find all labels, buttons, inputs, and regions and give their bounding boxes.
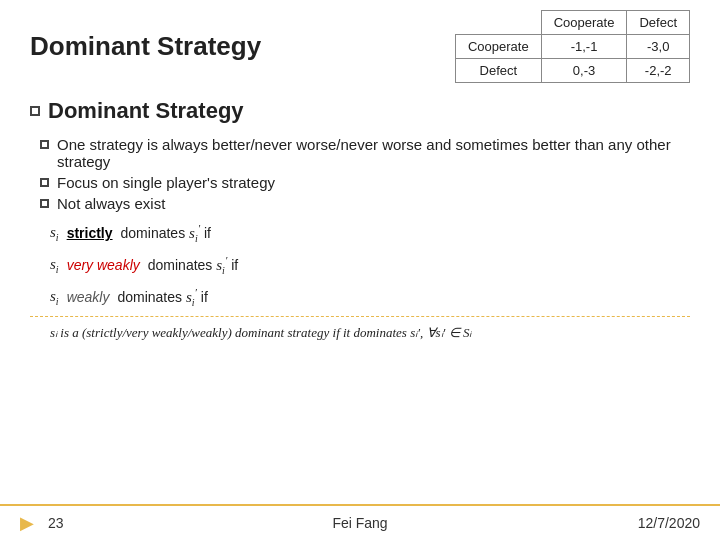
bullet-text-1: One strategy is always better/never wors… <box>57 136 690 170</box>
table-cell-cd: -3,0 <box>627 35 690 59</box>
bullet-item-1: One strategy is always better/never wors… <box>30 136 690 170</box>
formula-weakly: si weakly dominates si′ if <box>50 286 690 308</box>
table-cell-dc: 0,-3 <box>541 59 627 83</box>
section-title: Dominant Strategy <box>30 98 690 124</box>
formula-rest-1: dominates si′ if <box>121 222 211 244</box>
bullet-icon-2 <box>40 178 49 187</box>
footer-author: Fei Fang <box>332 515 387 531</box>
header-area: Dominant Strategy Cooperate Defect Coope… <box>0 0 720 93</box>
footer-page-number: 23 <box>48 515 64 531</box>
payoff-table: Cooperate Defect Cooperate -1,-1 -3,0 De… <box>455 10 690 83</box>
bullet-text-2: Focus on single player's strategy <box>57 174 275 191</box>
formula-area: si strictly dominates si′ if si very wea… <box>50 222 690 308</box>
bullet-text-3: Not always exist <box>57 195 165 212</box>
table-row-defect-label: Defect <box>455 59 541 83</box>
main-content: Dominant Strategy One strategy is always… <box>0 93 720 351</box>
slide-title: Dominant Strategy <box>30 31 455 62</box>
formula-var-3: si <box>50 288 59 307</box>
table-empty-corner <box>455 11 541 35</box>
footer: ▶ 23 Fei Fang 12/7/2020 <box>0 504 720 540</box>
formula-strictly: si strictly dominates si′ if <box>50 222 690 244</box>
table-cell-dd: -2,-2 <box>627 59 690 83</box>
section-bullet-icon <box>30 106 40 116</box>
table-row-cooperate-label: Cooperate <box>455 35 541 59</box>
table-col-cooperate: Cooperate <box>541 11 627 35</box>
bullet-item-3: Not always exist <box>30 195 690 212</box>
formula-keyword-weakly: weakly <box>67 289 110 305</box>
formula-var-2: si <box>50 256 59 275</box>
bullet-icon-1 <box>40 140 49 149</box>
formula-rest-3: dominates si′ if <box>117 286 207 308</box>
formula-very-weakly: si very weakly dominates si′ if <box>50 254 690 276</box>
formula-keyword-strictly: strictly <box>67 225 113 241</box>
bullet-icon-3 <box>40 199 49 208</box>
bullet-item-2: Focus on single player's strategy <box>30 174 690 191</box>
bottom-formula: sᵢ is a (strictly/very weakly/weakly) do… <box>50 325 690 341</box>
formula-var-1: si <box>50 224 59 243</box>
formula-rest-2: dominates si′ if <box>148 254 238 276</box>
section-title-text: Dominant Strategy <box>48 98 244 124</box>
footer-arrow-icon: ▶ <box>20 512 34 534</box>
footer-date: 12/7/2020 <box>638 515 700 531</box>
table-cell-cc: -1,-1 <box>541 35 627 59</box>
formula-keyword-very-weakly: very weakly <box>67 257 140 273</box>
table-col-defect: Defect <box>627 11 690 35</box>
dashed-separator <box>30 316 690 317</box>
bottom-formula-text: sᵢ is a (strictly/very weakly/weakly) do… <box>50 325 471 340</box>
